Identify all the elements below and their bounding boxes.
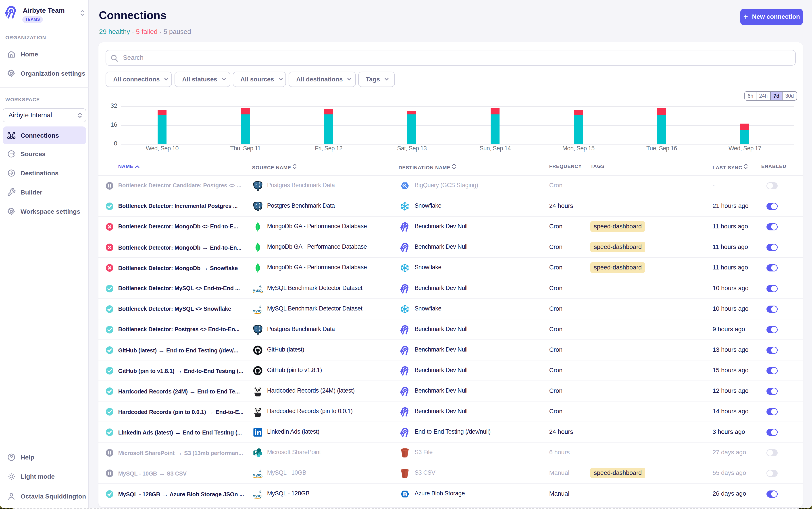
svg-text:01: 01 [404,494,407,496]
svg-text:SQL: SQL [257,474,263,477]
svg-text:SQL: SQL [257,494,263,498]
svg-text:SQL: SQL [257,309,263,313]
svg-text:SQL: SQL [257,289,263,292]
